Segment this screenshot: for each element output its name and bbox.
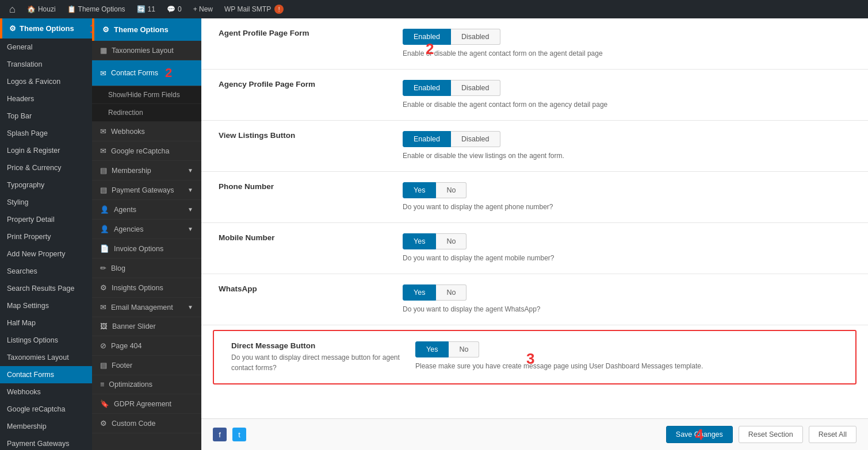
agency-profile-disabled-btn[interactable]: Disabled <box>451 80 500 96</box>
theme-sidebar-header: ⚙ Theme Options <box>92 18 201 41</box>
comments-item[interactable]: 💬 0 <box>162 0 186 18</box>
direct-message-row: Direct Message Button Do you want to dis… <box>213 330 856 384</box>
page404-icon: ⊘ <box>100 341 106 350</box>
sidebar-item-membership[interactable]: ▤ Membership ▼ <box>92 161 201 180</box>
wp-sidebar-item-map[interactable]: Map Settings <box>0 297 92 314</box>
reset-section-button[interactable]: Reset Section <box>739 426 803 443</box>
mobile-number-yes-btn[interactable]: Yes <box>403 233 436 249</box>
wp-sidebar-item-add-new[interactable]: Add New Property <box>0 245 92 263</box>
whatsapp-no-btn[interactable]: No <box>436 284 466 301</box>
sidebar-item-banner-slider[interactable]: 🖼 Banner Slider <box>92 317 201 336</box>
phone-number-description: Do you want to display the agent phone n… <box>403 202 851 212</box>
wp-sidebar-item-listings[interactable]: Listings Options <box>0 332 92 349</box>
wp-sidebar-item-searches[interactable]: Searches <box>0 263 92 280</box>
sidebar-item-custom-code[interactable]: ⚙ Custom Code <box>92 414 201 433</box>
whatsapp-yes-btn[interactable]: Yes <box>403 284 436 301</box>
sidebar-item-payment-gateways[interactable]: ▤ Payment Gateways ▼ <box>92 180 201 200</box>
sidebar-label-optimizations: Optimizations <box>109 380 152 389</box>
payment-chevron-icon: ▼ <box>188 187 193 193</box>
gear-icon: ⚙ <box>9 24 16 33</box>
sidebar-item-webhooks[interactable]: ✉ Webhooks <box>92 122 201 141</box>
theme-options-menu-item[interactable]: ⚙ Theme Options 1 <box>0 18 92 39</box>
sidebar-item-insights[interactable]: ⚙ Insights Options <box>92 278 201 298</box>
wp-sidebar-item-styling[interactable]: Styling <box>0 194 92 211</box>
whatsapp-control-col: Yes No Do you want to display the agent … <box>403 284 851 314</box>
sidebar-item-footer[interactable]: ▤ Footer <box>92 356 201 375</box>
reset-all-button[interactable]: Reset All <box>809 426 856 443</box>
contact-forms-submenu: Show/Hide Form Fields Redirection <box>92 86 201 122</box>
sidebar-item-optimizations[interactable]: ≡ Optimizations <box>92 375 201 394</box>
sidebar-item-recaptcha[interactable]: ✉ Google reCaptcha <box>92 141 201 161</box>
direct-message-yes-btn[interactable]: Yes <box>415 341 449 357</box>
recaptcha-icon: ✉ <box>100 147 106 155</box>
sidebar-item-gdpr[interactable]: 🔖 GDPR Agreement <box>92 394 201 414</box>
wp-sidebar-item-translation[interactable]: Translation <box>0 56 92 73</box>
twitter-icon[interactable]: t <box>232 428 246 441</box>
sidebar-label-agencies: Agencies <box>114 225 143 233</box>
wp-sidebar-item-general[interactable]: General <box>0 39 92 56</box>
sidebar-item-agents[interactable]: 👤 Agents ▼ <box>92 200 201 220</box>
phone-number-row: Phone Number Yes No Do you want to displ… <box>201 172 868 223</box>
direct-message-no-btn[interactable]: No <box>449 341 479 357</box>
theme-options-label: Theme Options <box>78 5 125 13</box>
agent-profile-row: Agent Profile Page Form Enabled Disabled… <box>201 18 868 70</box>
mobile-number-no-btn[interactable]: No <box>436 233 466 249</box>
whatsapp-label-col: WhatsApp <box>219 284 403 295</box>
wp-logo-item[interactable]: ⌂ <box>5 0 20 18</box>
sidebar-item-invoice[interactable]: 📄 Invoice Options <box>92 239 201 259</box>
theme-options-item[interactable]: 📋 Theme Options <box>63 0 130 18</box>
wp-sidebar-item-payment[interactable]: Payment Gateways <box>0 435 92 450</box>
sidebar-item-contact-forms[interactable]: ✉ Contact Forms 2 <box>92 60 201 86</box>
wp-sidebar-item-half-map[interactable]: Half Map <box>0 314 92 332</box>
wp-sidebar-item-topbar[interactable]: Top Bar <box>0 107 92 125</box>
wp-sidebar-item-recaptcha[interactable]: Google reCaptcha <box>0 401 92 418</box>
facebook-icon[interactable]: f <box>213 428 227 441</box>
updates-item[interactable]: 🔄 11 <box>132 0 160 18</box>
wp-sidebar-item-search-results[interactable]: Search Results Page <box>0 280 92 297</box>
houzi-label: Houzi <box>38 5 56 13</box>
wp-sidebar: ⚙ Theme Options 1 General Translation Lo… <box>0 18 92 450</box>
sidebar-item-show-hide[interactable]: Show/Hide Form Fields <box>92 86 201 104</box>
view-listings-enabled-btn[interactable]: Enabled <box>403 131 451 147</box>
wp-sidebar-item-login[interactable]: Login & Register <box>0 142 92 159</box>
wp-sidebar-item-membership[interactable]: Membership <box>0 418 92 435</box>
sidebar-label-banner-slider: Banner Slider <box>112 322 156 330</box>
sidebar-item-redirection[interactable]: Redirection <box>92 104 201 122</box>
optim-icon: ≡ <box>100 380 104 389</box>
agencies-chevron-icon: ▼ <box>188 226 193 232</box>
wp-sidebar-item-taxonomies[interactable]: Taxonomies Layout <box>0 349 92 366</box>
blog-icon: ✏ <box>100 264 106 272</box>
phone-number-yes-btn[interactable]: Yes <box>403 182 436 198</box>
direct-message-note: Please make sure you have create message… <box>415 361 838 371</box>
wp-sidebar-item-price[interactable]: Price & Currency <box>0 159 92 176</box>
phone-number-no-btn[interactable]: No <box>436 182 466 198</box>
webhooks-icon: ✉ <box>100 127 106 136</box>
agency-profile-enabled-btn[interactable]: Enabled <box>403 80 451 96</box>
email-mgmt-icon: ✉ <box>100 303 106 311</box>
wp-sidebar-item-webhooks[interactable]: Webhooks <box>0 383 92 401</box>
view-listings-disabled-btn[interactable]: Disabled <box>451 131 500 147</box>
wp-sidebar-item-contact-forms[interactable]: Contact Forms <box>0 366 92 383</box>
sidebar-item-email-management[interactable]: ✉ Email Management ▼ <box>92 298 201 317</box>
sidebar-item-taxonomies-layout[interactable]: ▦ Taxonomies Layout <box>92 41 201 60</box>
new-label: + New <box>193 5 213 13</box>
updates-count: 11 <box>148 5 155 13</box>
smtp-item[interactable]: WP Mail SMTP ! <box>220 0 288 18</box>
new-item[interactable]: + New <box>189 0 217 18</box>
comment-icon: 💬 <box>167 5 175 13</box>
wp-sidebar-item-splash[interactable]: Splash Page <box>0 125 92 142</box>
wp-sidebar-item-logos[interactable]: Logos & Favicon <box>0 73 92 90</box>
houzi-item[interactable]: 🏠 Houzi <box>22 0 60 18</box>
whatsapp-description: Do you want to display the agent WhatsAp… <box>403 304 851 314</box>
annotation-2-sidebar: 2 <box>165 66 172 80</box>
wp-sidebar-item-print[interactable]: Print Property <box>0 228 92 245</box>
membership-chevron-icon: ▼ <box>188 167 193 174</box>
sidebar-item-blog[interactable]: ✏ Blog <box>92 259 201 278</box>
sidebar-item-agencies[interactable]: 👤 Agencies ▼ <box>92 220 201 239</box>
gdpr-icon: 🔖 <box>100 399 109 408</box>
sidebar-item-page404[interactable]: ⊘ Page 404 <box>92 336 201 356</box>
wp-sidebar-item-headers[interactable]: Headers <box>0 90 92 107</box>
agent-profile-disabled-btn[interactable]: Disabled <box>451 29 500 45</box>
wp-sidebar-item-typography[interactable]: Typography <box>0 176 92 194</box>
wp-sidebar-item-property-detail[interactable]: Property Detail <box>0 211 92 228</box>
